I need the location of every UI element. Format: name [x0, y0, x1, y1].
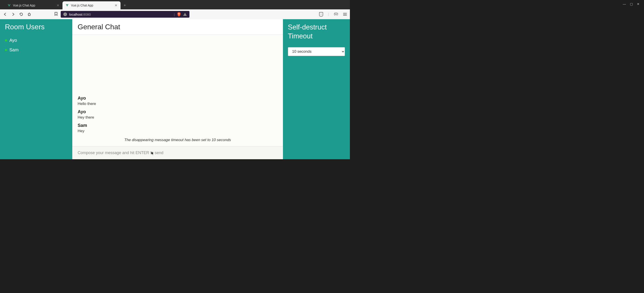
compose-area	[72, 146, 283, 159]
adblock-icon[interactable]: □	[319, 12, 323, 17]
message-list[interactable]: Ayo Hello there Ayo Hey there Sam Hey Th…	[72, 35, 283, 146]
browser-tab[interactable]: Vue.js Chat App ✕	[4, 1, 62, 9]
reload-button[interactable]	[19, 12, 23, 16]
forward-button[interactable]	[11, 12, 15, 16]
message-author: Ayo	[78, 109, 278, 114]
message-text: Hey there	[78, 115, 278, 120]
timeout-select[interactable]: 10 seconds	[288, 47, 345, 56]
tab-title: Vue.js Chat App	[71, 4, 93, 7]
menu-button[interactable]	[343, 13, 347, 16]
online-status-icon	[5, 39, 7, 42]
warning-icon[interactable]	[183, 13, 187, 16]
close-tab-icon[interactable]: ✕	[115, 4, 117, 7]
compose-input[interactable]	[78, 151, 278, 155]
room-users-title: Room Users	[5, 23, 68, 31]
address-port: :8080	[82, 13, 91, 16]
room-users-sidebar: Room Users Ayo Sam	[0, 19, 72, 159]
chat-message: Ayo Hey there	[78, 109, 278, 120]
user-item: Sam	[5, 47, 68, 53]
user-name: Ayo	[9, 38, 17, 43]
vue-icon	[66, 4, 69, 7]
divider: |	[328, 12, 329, 16]
chat-message: Sam Hey	[78, 123, 278, 133]
vue-icon	[8, 4, 11, 7]
browser-tab-active[interactable]: Vue.js Chat App ✕	[62, 1, 120, 9]
tab-title: Vue.js Chat App	[13, 4, 35, 7]
timeout-sidebar: Self-destruct Timeout 10 seconds	[283, 19, 350, 159]
message-text: Hey	[78, 129, 278, 133]
back-button[interactable]	[3, 12, 7, 16]
tab-strip: Vue.js Chat App ✕ Vue.js Chat App ✕ +	[0, 0, 350, 9]
message-text: Hello there	[78, 102, 278, 106]
page-content: Room Users Ayo Sam General Chat Ayo Hell…	[0, 19, 350, 159]
new-tab-button[interactable]: +	[120, 1, 129, 9]
address-bar[interactable]: ! localhost:8080 |	[61, 11, 190, 18]
chat-header: General Chat	[72, 19, 283, 35]
online-status-icon	[5, 49, 7, 51]
timeout-title: Self-destruct Timeout	[288, 23, 345, 41]
reader-mode-icon[interactable]: 👓︎	[334, 12, 338, 17]
divider: |	[174, 13, 175, 16]
user-name: Sam	[9, 47, 18, 53]
address-host: localhost	[69, 13, 82, 16]
bookmark-button[interactable]	[54, 12, 58, 17]
browser-toolbar: ! localhost:8080 | □ | 👓︎	[0, 9, 350, 19]
user-item: Ayo	[5, 38, 68, 43]
chat-message: Ayo Hello there	[78, 96, 278, 106]
home-button[interactable]	[27, 12, 31, 16]
site-info-icon[interactable]: !	[63, 13, 67, 16]
user-list: Ayo Sam	[5, 38, 68, 53]
system-message: The disappearing message timeout has bee…	[78, 138, 278, 142]
chat-main: General Chat Ayo Hello there Ayo Hey the…	[72, 19, 283, 159]
close-tab-icon[interactable]: ✕	[57, 4, 59, 7]
message-author: Ayo	[78, 96, 278, 101]
message-author: Sam	[78, 123, 278, 128]
brave-shields-icon[interactable]	[177, 12, 181, 17]
